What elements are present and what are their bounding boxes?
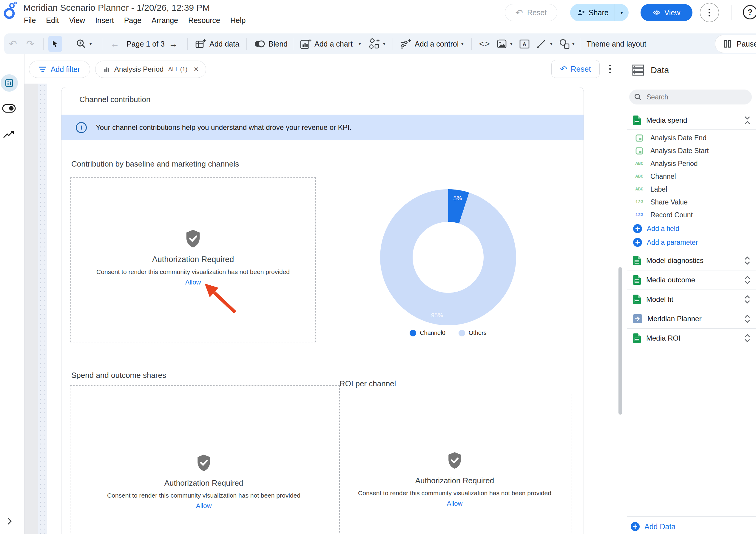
- menu-help[interactable]: Help: [230, 16, 246, 25]
- collapse-icon[interactable]: [744, 116, 751, 125]
- community-visualizations-button[interactable]: [369, 33, 381, 54]
- chevron-down-icon[interactable]: ▾: [359, 33, 361, 54]
- add-filter-button[interactable]: Add filter: [29, 61, 90, 78]
- insert-text-button[interactable]: A: [519, 33, 530, 54]
- source-media-outcome[interactable]: Media outcome: [627, 270, 756, 290]
- insert-shape-button[interactable]: [559, 33, 570, 54]
- menu-edit[interactable]: Edit: [46, 16, 59, 25]
- header-reset-label: Reset: [527, 8, 547, 17]
- expand-icon[interactable]: [744, 314, 751, 323]
- previous-page-button[interactable]: ←: [110, 33, 119, 54]
- card-title: Channel contribution: [79, 95, 151, 104]
- expand-icon[interactable]: [744, 334, 751, 343]
- add-parameter-button[interactable]: Add a parameter: [627, 236, 756, 249]
- text-icon: A: [519, 39, 530, 49]
- bar-chart-icon: [104, 66, 110, 72]
- add-control-button[interactable]: [400, 33, 412, 54]
- insert-image-button[interactable]: [497, 33, 507, 54]
- field-share-value[interactable]: 123 Share Value: [627, 195, 756, 209]
- chevron-down-icon[interactable]: ▾: [550, 33, 553, 54]
- add-chart-button[interactable]: [300, 33, 311, 54]
- rail-report-tab[interactable]: [1, 74, 18, 92]
- select-tool-button[interactable]: [48, 36, 62, 52]
- zoom-tool-button[interactable]: ▾: [76, 33, 92, 54]
- field-analysis-date-start[interactable]: Analysis Date Start: [627, 144, 756, 157]
- filter-bar-more-button[interactable]: [605, 62, 615, 76]
- field-channel[interactable]: ABC Channel: [627, 170, 756, 183]
- close-icon[interactable]: ×: [194, 65, 199, 74]
- search-input[interactable]: [646, 93, 742, 101]
- theme-layout-button[interactable]: Theme and layout: [586, 33, 646, 54]
- sheets-icon: [633, 295, 641, 304]
- add-data-button[interactable]: [195, 33, 206, 54]
- menu-insert[interactable]: Insert: [95, 16, 114, 25]
- chevron-down-icon[interactable]: ▾: [510, 33, 513, 54]
- text-type-icon: ABC: [633, 187, 646, 192]
- add-data-button-panel[interactable]: Add Data: [627, 520, 756, 534]
- add-field-button[interactable]: Add a field: [627, 222, 756, 235]
- add-control-label[interactable]: Add a control: [415, 33, 459, 54]
- blend-button[interactable]: [254, 33, 265, 54]
- canvas-scrollbar-thumb[interactable]: [618, 267, 622, 415]
- allow-link[interactable]: Allow: [185, 278, 201, 286]
- field-label-field[interactable]: ABC Label: [627, 183, 756, 196]
- chevron-down-icon[interactable]: ▾: [572, 33, 575, 54]
- field-record-count[interactable]: 123 Record Count: [627, 208, 756, 221]
- view-button[interactable]: View: [640, 4, 692, 21]
- rail-trends-tab[interactable]: [2, 128, 16, 140]
- help-button[interactable]: ?: [743, 5, 756, 19]
- add-filter-label: Add filter: [51, 65, 80, 74]
- redo-button[interactable]: ↷: [26, 33, 34, 54]
- donut-legend: Channel0 Others: [376, 329, 520, 336]
- menu-view[interactable]: View: [69, 16, 85, 25]
- source-media-spend[interactable]: Media spend: [627, 113, 756, 128]
- expand-icon[interactable]: [744, 256, 751, 265]
- header-more-options-button[interactable]: [700, 3, 719, 22]
- add-chart-label[interactable]: Add a chart: [314, 33, 353, 54]
- field-analysis-period[interactable]: ABC Analysis Period: [627, 157, 756, 170]
- source-media-roi[interactable]: Media ROI: [627, 328, 756, 348]
- share-button[interactable]: Share: [570, 4, 615, 21]
- search-box[interactable]: [629, 90, 752, 104]
- pause-updates-button[interactable]: Pause u: [715, 35, 756, 53]
- field-analysis-date-end[interactable]: Analysis Date End: [627, 131, 756, 145]
- chevron-down-icon[interactable]: ▾: [383, 33, 386, 54]
- source-label: Model fit: [646, 295, 673, 303]
- chevron-down-icon[interactable]: ▾: [461, 33, 464, 54]
- legend-swatch: [410, 330, 416, 336]
- app-window: Meridian Scenario Planner - 1/20/26, 12:…: [0, 0, 756, 534]
- allow-link[interactable]: Allow: [196, 502, 212, 510]
- next-page-button[interactable]: →: [169, 33, 178, 54]
- menu-resource[interactable]: Resource: [188, 16, 220, 25]
- share-dropdown-button[interactable]: ▾: [615, 4, 629, 21]
- expand-icon[interactable]: [744, 295, 751, 304]
- add-data-label[interactable]: Add data: [209, 33, 239, 54]
- expand-icon[interactable]: [744, 275, 751, 285]
- toolbar-divider: [293, 38, 293, 50]
- plus-icon: [631, 522, 640, 531]
- filter-chip-analysis-period[interactable]: Analysis Period ALL (1) ×: [95, 61, 206, 78]
- source-model-fit[interactable]: Model fit: [627, 290, 756, 309]
- menu-page[interactable]: Page: [124, 16, 141, 25]
- blend-label[interactable]: Blend: [268, 33, 287, 54]
- rail-controls-tab[interactable]: [1, 101, 17, 115]
- embed-code-button[interactable]: <>: [479, 33, 491, 54]
- page-indicator[interactable]: Page 1 of 3: [126, 33, 165, 54]
- source-model-diagnostics[interactable]: Model diagnostics: [627, 251, 756, 270]
- report-title[interactable]: Meridian Scenario Planner - 1/20/26, 12:…: [23, 3, 210, 13]
- allow-link[interactable]: Allow: [447, 500, 463, 507]
- rail-expand-button[interactable]: [4, 515, 15, 527]
- insert-line-button[interactable]: [536, 33, 546, 54]
- menu-file[interactable]: File: [24, 16, 36, 25]
- source-meridian-planner[interactable]: Meridian Planner: [627, 309, 756, 328]
- undo-button[interactable]: ↶: [9, 33, 17, 54]
- filter-reset-button[interactable]: ↶ Reset: [551, 60, 600, 78]
- canvas-gutter: [24, 84, 38, 534]
- header-reset-button[interactable]: ↶ Reset: [505, 4, 557, 21]
- menu-arrange[interactable]: Arrange: [151, 16, 178, 25]
- toolbar-divider: [43, 38, 43, 50]
- shield-check-icon: [196, 455, 211, 471]
- undo-icon: ↶: [516, 8, 523, 18]
- chevron-right-icon: [7, 517, 12, 525]
- pause-icon: [724, 40, 731, 48]
